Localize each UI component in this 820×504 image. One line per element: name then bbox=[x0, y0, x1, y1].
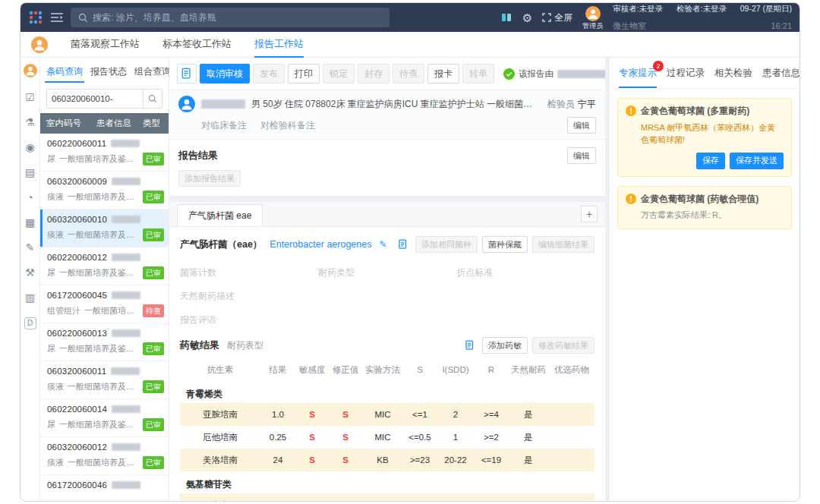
global-search-input[interactable] bbox=[93, 12, 382, 23]
row-assay: 一般细菌培养及鉴... bbox=[59, 153, 139, 165]
drug-sensitivity: S bbox=[295, 500, 329, 501]
edit-icon[interactable]: ✎ bbox=[26, 242, 35, 253]
lab-note-link[interactable]: 对检验科备注 bbox=[260, 119, 315, 132]
antibiotic-row[interactable]: 亚胺培南 1.0 S S MIC <=1 2 >=4 是 bbox=[180, 403, 594, 426]
edit-organism-result-button[interactable]: 编辑细菌结果 bbox=[532, 236, 594, 253]
patient-line2: 对临床备注 对检验科备注 编辑 bbox=[178, 117, 596, 134]
tab-signin-workstation[interactable]: 标本签收工作站 bbox=[162, 32, 232, 58]
tab-expert-tips[interactable]: 专家提示2 bbox=[619, 67, 657, 88]
edit-organism-icon[interactable]: ✎ bbox=[379, 239, 386, 250]
topbar: ⚙ 全屏 管理员 审核者:未登录 检验者:未登录 09-27 (星期日) 微生物… bbox=[20, 3, 800, 32]
barcode-search-input[interactable] bbox=[46, 89, 143, 109]
organism-latin-name: Enterobacter aerogenes bbox=[270, 239, 371, 250]
status-badge: 已审 bbox=[143, 153, 164, 165]
rail-avatar-icon[interactable] bbox=[24, 64, 37, 77]
seal-button[interactable]: 封存 bbox=[358, 64, 390, 83]
tab-related-tests[interactable]: 相关检验 bbox=[714, 67, 752, 88]
alert-header: 金黄色葡萄球菌 (多重耐药) bbox=[626, 106, 784, 118]
copy-sensitivity-icon[interactable] bbox=[462, 335, 478, 355]
tab-report-workstation[interactable]: 报告工作站 bbox=[254, 32, 304, 58]
specimen-row[interactable]: 060220060012 尿一般细菌培养及鉴...已审 bbox=[40, 247, 169, 285]
antibiotic-row[interactable]: 阿米卡星 <=2.0 S S MIC <=16 32 >=64 bbox=[180, 493, 594, 501]
edit-patient-button[interactable]: 编辑 bbox=[567, 117, 596, 134]
global-search[interactable] bbox=[71, 8, 390, 27]
row-assay: 一般细菌培养及鉴... bbox=[68, 381, 139, 392]
save-button[interactable]: 保存 bbox=[696, 153, 725, 169]
specimen-row[interactable]: 060320060009 痰液一般细菌培养及鉴...已审 bbox=[40, 172, 169, 209]
drug-name: 美洛培南 bbox=[180, 455, 260, 466]
reader-mode-icon[interactable] bbox=[500, 11, 512, 24]
breakpoint-field: 折点标准 bbox=[456, 266, 594, 279]
lock-button[interactable]: 锁定 bbox=[323, 64, 355, 83]
redacted-patient-name bbox=[112, 254, 140, 261]
tab-colony-workstation[interactable]: 菌落观察工作站 bbox=[71, 32, 140, 58]
transfer-button[interactable]: 转单 bbox=[462, 64, 494, 83]
drug-result: 0.25 bbox=[260, 433, 295, 442]
tube-rack-icon[interactable]: ▤ bbox=[25, 167, 35, 178]
clock-icon[interactable]: ◔ bbox=[27, 192, 33, 203]
drug-sensitivity: S bbox=[295, 455, 329, 465]
specimen-row-selected[interactable]: 060320060010 痰液一般细菌培养及鉴...已审 bbox=[40, 209, 169, 247]
report-template-button[interactable] bbox=[177, 64, 197, 83]
status-badge: 待查 bbox=[143, 304, 164, 317]
specimen-row[interactable]: 061720060045 组管组汁一般细菌培养及鉴...待查 bbox=[40, 285, 169, 323]
edit-report-button[interactable]: 编辑 bbox=[567, 147, 596, 164]
print-button[interactable]: 打印 bbox=[288, 64, 320, 83]
tab-barcode-query[interactable]: 条码查询 bbox=[45, 62, 84, 83]
copy-organism-icon[interactable] bbox=[396, 235, 411, 254]
tab-report-status[interactable]: 报告状态 bbox=[89, 62, 128, 83]
row-barcode: 060220060014 bbox=[47, 405, 107, 414]
preserve-strain-button[interactable]: 菌种保藏 bbox=[482, 236, 528, 253]
warning-icon bbox=[626, 194, 636, 204]
save-and-send-button[interactable]: 保存并发送 bbox=[730, 153, 784, 169]
specimen-row[interactable]: 060220060011 尿一般细菌培养及鉴...已审 bbox=[40, 134, 169, 172]
specimen-row[interactable]: 061720060046 bbox=[40, 475, 169, 500]
current-user[interactable]: 管理员 bbox=[582, 6, 603, 30]
stats-grid-icon[interactable]: ▦ bbox=[25, 217, 35, 228]
drug-result: <=2.0 bbox=[260, 500, 295, 501]
tab-combined-query[interactable]: 组合查询 bbox=[133, 62, 172, 83]
collapse-menu-icon[interactable] bbox=[51, 12, 63, 23]
add-organism-tab-button[interactable]: + bbox=[581, 206, 598, 222]
user-role-label: 管理员 bbox=[582, 23, 603, 30]
row-assay: 一般细菌培养及鉴... bbox=[84, 305, 139, 317]
resistance-phenotype-link[interactable]: 耐药表型 bbox=[227, 339, 263, 352]
cancel-audit-button[interactable]: 取消审核 bbox=[200, 64, 250, 83]
fullscreen-button[interactable]: 全屏 bbox=[542, 11, 572, 24]
tab-patient-info[interactable]: 患者信息 bbox=[762, 67, 800, 88]
data-table-icon[interactable]: ▥ bbox=[25, 292, 35, 303]
settings-gear-icon[interactable]: ⚙ bbox=[522, 12, 532, 24]
search-icon bbox=[148, 94, 157, 103]
col-patient: 患者信息 bbox=[96, 118, 140, 129]
publish-button[interactable]: 发布 bbox=[253, 64, 285, 83]
petri-dish-icon[interactable]: ◉ bbox=[25, 142, 34, 153]
add-sensitivity-button[interactable]: 添加药敏 bbox=[482, 337, 528, 354]
specimen-row[interactable]: 060320060012 痰液一般细菌培养及鉴...已审 bbox=[40, 437, 169, 475]
tab-process-log[interactable]: 过程记录 bbox=[667, 67, 705, 88]
specimen-row[interactable]: 060220060014 尿一般细菌培养及鉴...已审 bbox=[40, 399, 169, 437]
barcode-search-button[interactable] bbox=[143, 89, 162, 109]
expert-tips-badge: 2 bbox=[653, 61, 664, 71]
clinical-note-link[interactable]: 对临床备注 bbox=[201, 119, 247, 132]
add-same-organism-button[interactable]: 添加相同菌种 bbox=[415, 236, 478, 253]
organism-tab[interactable]: 产气肠杆菌 eae bbox=[177, 204, 263, 226]
tools-icon[interactable]: ⚒ bbox=[25, 267, 35, 278]
report-card-button[interactable]: 报卡 bbox=[427, 64, 459, 83]
pending-button[interactable]: 待查 bbox=[393, 64, 424, 83]
specimen-row[interactable]: 060320060011 痰液一般细菌培养及鉴...已审 bbox=[40, 361, 169, 399]
expert-alert-card: 金黄色葡萄球菌 (药敏合理值) 万古霉素实际结果: R。 bbox=[617, 186, 792, 229]
dictionary-icon[interactable]: D bbox=[24, 317, 36, 329]
antibiotic-row[interactable]: 厄他培南 0.25 S S MIC <=0.5 1 >=2 是 bbox=[180, 426, 594, 449]
clipboard-check-icon[interactable]: ☑ bbox=[25, 92, 35, 102]
specimen-row[interactable]: 060220060013 尿一般细菌培养及鉴...已审 bbox=[40, 323, 169, 361]
flask-icon[interactable]: ⚗ bbox=[25, 117, 35, 128]
modify-sensitivity-button[interactable]: 修改药敏结果 bbox=[532, 337, 594, 354]
add-report-result-button[interactable]: 添加报告结果 bbox=[178, 170, 241, 187]
antibiotic-row[interactable]: 美洛培南 24 S S KB >=23 20-22 <=19 是 bbox=[180, 449, 594, 471]
drug-name: 阿米卡星 bbox=[180, 499, 260, 502]
redacted-auditor-name bbox=[557, 70, 605, 78]
row-assay: 一般细菌培养及鉴... bbox=[59, 267, 139, 279]
session-status: 审核者:未登录 检验者:未登录 09-27 (星期日) 微生物室16:21 bbox=[613, 2, 792, 33]
profile-avatar[interactable] bbox=[31, 36, 48, 53]
time-label: 16:21 bbox=[771, 20, 792, 33]
